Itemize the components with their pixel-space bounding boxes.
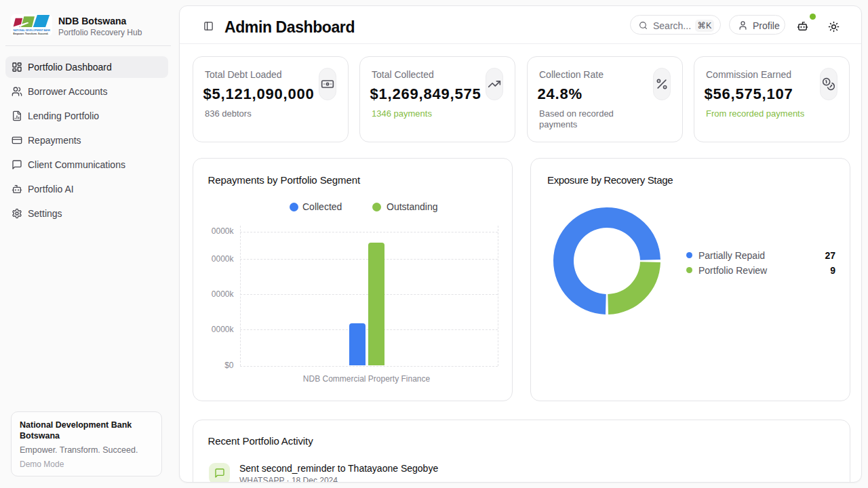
svg-text:NATIONAL DEVELOPMENT BANK: NATIONAL DEVELOPMENT BANK [14, 29, 51, 32]
svg-text:Empower. Transform. Succeed.: Empower. Transform. Succeed. [14, 33, 49, 35]
